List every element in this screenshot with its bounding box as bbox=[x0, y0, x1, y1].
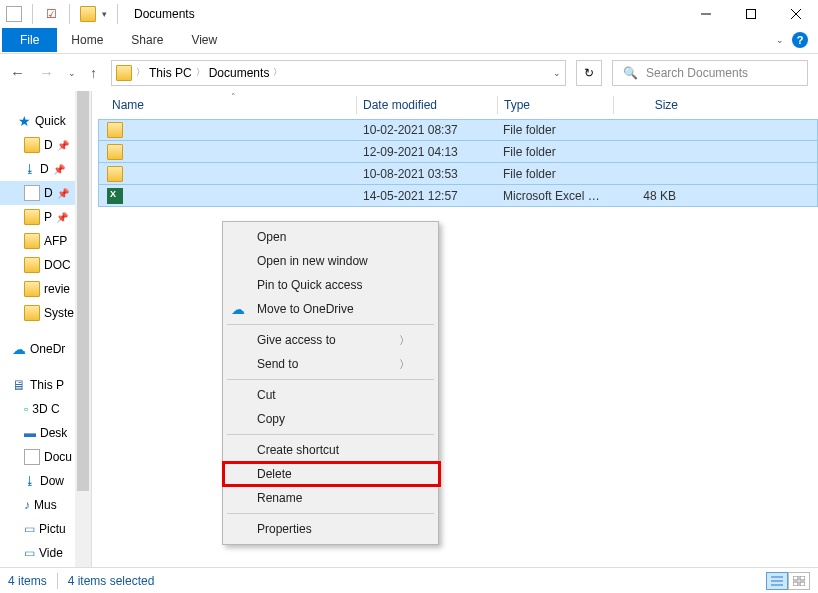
col-size: Size bbox=[614, 98, 684, 112]
menu-item[interactable]: Send to〉 bbox=[225, 352, 436, 376]
history-dropdown[interactable]: ⌄ bbox=[68, 68, 76, 78]
svg-rect-8 bbox=[800, 576, 805, 580]
menu-item-label: Rename bbox=[257, 491, 302, 505]
menu-item-label: Move to OneDrive bbox=[257, 302, 354, 316]
menu-item[interactable]: Properties bbox=[225, 517, 436, 541]
pc-icon: 🖥 bbox=[12, 377, 26, 393]
menu-item[interactable]: Cut bbox=[225, 383, 436, 407]
menu-item[interactable]: Pin to Quick access bbox=[225, 273, 436, 297]
svg-rect-7 bbox=[793, 576, 798, 580]
table-row[interactable]: 10-02-2021 08:37File folder bbox=[98, 119, 818, 141]
table-row[interactable]: 10-08-2021 03:53File folder bbox=[98, 163, 818, 185]
menu-item[interactable]: Create shortcut bbox=[225, 438, 436, 462]
scrollbar[interactable] bbox=[75, 91, 91, 567]
menu-item-label: Create shortcut bbox=[257, 443, 339, 457]
menu-item[interactable]: Rename bbox=[225, 486, 436, 510]
menu-item-label: Open bbox=[257, 230, 286, 244]
file-date: 10-08-2021 03:53 bbox=[357, 167, 497, 181]
star-icon: ★ bbox=[18, 114, 31, 128]
table-row[interactable]: 14-05-2021 12:57Microsoft Excel W…48 KB bbox=[98, 185, 818, 207]
forward-button[interactable]: → bbox=[39, 64, 54, 81]
nav-pane[interactable]: ★ Quick D📌 ⭳D📌 D📌 P📌 AFP DOC revie Syste… bbox=[0, 91, 92, 567]
file-date: 12-09-2021 04:13 bbox=[357, 145, 497, 159]
search-box[interactable]: 🔍 Search Documents bbox=[612, 60, 808, 86]
qat-folder-icon bbox=[80, 6, 96, 22]
onedrive-icon: ☁ bbox=[12, 341, 26, 357]
search-icon: 🔍 bbox=[623, 66, 638, 80]
tab-share[interactable]: Share bbox=[117, 28, 177, 52]
maximize-button[interactable] bbox=[728, 0, 773, 27]
file-date: 10-02-2021 08:37 bbox=[357, 123, 497, 137]
file-date: 14-05-2021 12:57 bbox=[357, 189, 497, 203]
crumb-this-pc[interactable]: This PC bbox=[149, 66, 192, 80]
nav-bar: ← → ⌄ ↑ 〉 This PC 〉 Documents 〉 ⌄ ↻ 🔍 Se… bbox=[0, 54, 818, 91]
file-type: File folder bbox=[497, 123, 612, 137]
search-placeholder: Search Documents bbox=[646, 66, 748, 80]
file-list: Name˄ Date modified Type Size 10-02-2021… bbox=[92, 91, 818, 567]
menu-item[interactable]: ☁Move to OneDrive bbox=[225, 297, 436, 321]
col-date: Date modified bbox=[357, 98, 497, 112]
file-tab[interactable]: File bbox=[2, 28, 57, 52]
back-button[interactable]: ← bbox=[10, 64, 25, 81]
svg-rect-9 bbox=[793, 582, 798, 586]
title-bar: ☑ ▾ Documents bbox=[0, 0, 818, 27]
excel-icon bbox=[107, 188, 123, 204]
tab-view[interactable]: View bbox=[177, 28, 231, 52]
status-selected-count: 4 items selected bbox=[68, 574, 155, 588]
close-button[interactable] bbox=[773, 0, 818, 27]
menu-item-label: Send to bbox=[257, 357, 298, 371]
col-name: Name˄ bbox=[106, 98, 356, 112]
quick-access-toolbar: ☑ ▾ bbox=[0, 4, 128, 24]
address-bar[interactable]: 〉 This PC 〉 Documents 〉 ⌄ bbox=[111, 60, 566, 86]
col-type: Type bbox=[498, 98, 613, 112]
menu-item-label: Delete bbox=[257, 467, 292, 481]
window-title: Documents bbox=[134, 7, 195, 21]
file-size: 48 KB bbox=[612, 189, 682, 203]
help-icon[interactable]: ? bbox=[792, 32, 808, 48]
chevron-right-icon[interactable]: 〉 bbox=[196, 66, 205, 79]
qat-dropdown[interactable]: ▾ bbox=[102, 9, 107, 19]
menu-item[interactable]: Copy bbox=[225, 407, 436, 431]
folder-icon bbox=[107, 166, 123, 182]
chevron-right-icon: 〉 bbox=[399, 357, 410, 372]
svg-rect-1 bbox=[746, 9, 755, 18]
crumb-documents[interactable]: Documents bbox=[209, 66, 270, 80]
menu-item-label: Give access to bbox=[257, 333, 336, 347]
ribbon-expand-icon[interactable]: ⌄ bbox=[776, 35, 784, 45]
menu-item-label: Open in new window bbox=[257, 254, 368, 268]
sort-indicator-icon: ˄ bbox=[231, 92, 236, 102]
menu-item-label: Properties bbox=[257, 522, 312, 536]
select-icon[interactable]: ☑ bbox=[43, 6, 59, 22]
up-button[interactable]: ↑ bbox=[90, 65, 97, 81]
minimize-button[interactable] bbox=[683, 0, 728, 27]
file-type: File folder bbox=[497, 145, 612, 159]
menu-item[interactable]: Open in new window bbox=[225, 249, 436, 273]
folder-icon bbox=[107, 144, 123, 160]
properties-icon[interactable] bbox=[6, 6, 22, 22]
address-dropdown[interactable]: ⌄ bbox=[553, 68, 561, 78]
folder-icon bbox=[116, 65, 132, 81]
file-type: File folder bbox=[497, 167, 612, 181]
chevron-right-icon[interactable]: 〉 bbox=[136, 66, 145, 79]
menu-item[interactable]: Give access to〉 bbox=[225, 328, 436, 352]
menu-item-label: Pin to Quick access bbox=[257, 278, 362, 292]
file-type: Microsoft Excel W… bbox=[497, 189, 612, 203]
onedrive-icon: ☁ bbox=[231, 301, 247, 317]
menu-item[interactable]: Delete bbox=[225, 462, 436, 486]
status-bar: 4 items 4 items selected bbox=[0, 567, 818, 593]
column-headers[interactable]: Name˄ Date modified Type Size bbox=[98, 91, 818, 119]
refresh-button[interactable]: ↻ bbox=[576, 60, 602, 86]
chevron-right-icon: 〉 bbox=[399, 333, 410, 348]
folder-icon bbox=[107, 122, 123, 138]
table-row[interactable]: 12-09-2021 04:13File folder bbox=[98, 141, 818, 163]
tab-home[interactable]: Home bbox=[57, 28, 117, 52]
menu-item-label: Cut bbox=[257, 388, 276, 402]
context-menu[interactable]: OpenOpen in new windowPin to Quick acces… bbox=[222, 221, 439, 545]
ribbon: File Home Share View ⌄ ? bbox=[0, 27, 818, 54]
thumbnails-view-button[interactable] bbox=[788, 572, 810, 590]
menu-item[interactable]: Open bbox=[225, 225, 436, 249]
chevron-right-icon[interactable]: 〉 bbox=[273, 66, 282, 79]
details-view-button[interactable] bbox=[766, 572, 788, 590]
svg-rect-10 bbox=[800, 582, 805, 586]
status-item-count: 4 items bbox=[8, 574, 47, 588]
